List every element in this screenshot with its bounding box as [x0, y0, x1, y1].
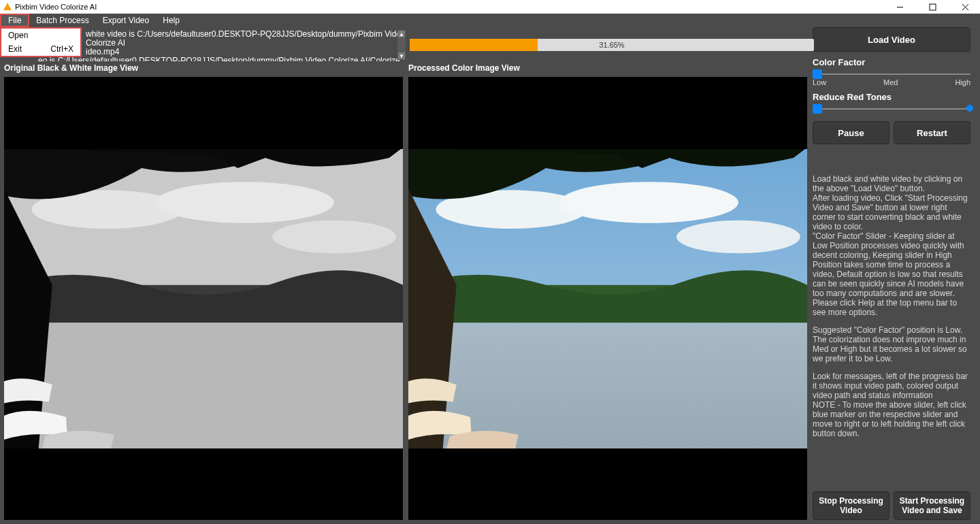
restart-button[interactable]: Restart [894, 121, 970, 144]
menu-file-exit[interactable]: Exit Ctrl+X [1, 42, 80, 56]
progress-text: 31.65% [599, 41, 624, 49]
stop-processing-button[interactable]: Stop Processing Video [813, 491, 889, 520]
scroll-track[interactable] [397, 38, 406, 52]
scale-high: High [955, 78, 970, 86]
svg-point-12 [559, 182, 738, 223]
menu-help[interactable]: Help [156, 14, 186, 27]
svg-point-13 [676, 220, 800, 252]
file-menu-dropdown: Open Exit Ctrl+X [0, 27, 82, 57]
reduce-red-label: Reduce Red Tones [813, 92, 970, 102]
sidebar: Load Video Color Factor Low Med High Red… [813, 27, 970, 520]
menu-file-open-label: Open [8, 31, 28, 40]
original-image-view [4, 77, 403, 520]
color-factor-slider[interactable] [813, 71, 970, 77]
window-title: Pixbim Video Colorize AI [15, 3, 97, 11]
menu-file-exit-shortcut: Ctrl+X [50, 44, 74, 54]
svg-point-6 [155, 182, 334, 223]
log-line: eo is C:/Users/defaultuser0.DESKTOP-PQ28… [4, 56, 406, 61]
start-processing-button[interactable]: Start Processing Video and Save [894, 491, 970, 520]
menu-export-video[interactable]: Export Video [96, 14, 157, 27]
reduce-red-end-marker [966, 105, 973, 112]
app-icon [3, 2, 12, 12]
menu-file[interactable]: File [0, 14, 29, 27]
help-paragraph: After loading video, Click "Start Proces… [813, 193, 970, 231]
processed-view-label: Processed Color Image View [408, 61, 807, 77]
menu-file-exit-label: Exit [8, 44, 22, 54]
pause-button[interactable]: Pause [813, 121, 889, 144]
original-view-panel: Original Black & White Image View [4, 61, 403, 520]
menu-file-open[interactable]: Open [1, 29, 80, 42]
minimize-button[interactable] [887, 0, 912, 14]
svg-rect-1 [930, 4, 936, 10]
log-scrollbar[interactable]: ▲ ▼ [397, 30, 406, 60]
bw-scene-image [4, 149, 403, 448]
scale-med: Med [883, 78, 898, 86]
progress-fill [410, 39, 538, 51]
scale-low: Low [813, 78, 826, 86]
maximize-button[interactable] [920, 0, 945, 14]
help-paragraph: Please click Help at the top menu bar to… [813, 298, 970, 317]
help-paragraph: Load black and white video by clicking o… [813, 174, 970, 193]
color-factor-group: Color Factor Low Med High [813, 56, 970, 86]
load-video-button[interactable]: Load Video [813, 27, 970, 52]
reduce-red-slider[interactable] [813, 106, 970, 112]
color-scene-image [408, 149, 807, 448]
help-paragraph: NOTE - To move the above slider, left cl… [813, 400, 970, 438]
color-factor-thumb[interactable] [813, 69, 822, 79]
color-factor-label: Color Factor [813, 57, 970, 67]
processed-view-panel: Processed Color Image View [408, 61, 807, 520]
scroll-up-icon[interactable]: ▲ [397, 30, 406, 38]
help-paragraph: "Color Factor" Slider - Keeping slider a… [813, 231, 970, 298]
title-bar: Pixbim Video Colorize AI [0, 0, 980, 14]
menu-bar: File Batch Process Export Video Help Ope… [0, 14, 980, 27]
reduce-red-thumb[interactable] [813, 104, 822, 114]
help-text: Load black and white video by clicking o… [813, 174, 970, 446]
original-view-label: Original Black & White Image View [4, 61, 403, 77]
help-paragraph: Suggested "Color Factor" position is Low… [813, 325, 970, 363]
scroll-down-icon[interactable]: ▼ [397, 52, 406, 60]
menu-batch-process[interactable]: Batch Process [29, 14, 95, 27]
progress-bar: 31.65% [410, 38, 814, 52]
reduce-red-group: Reduce Red Tones [813, 91, 970, 113]
svg-point-7 [272, 220, 396, 252]
processed-image-view [408, 77, 807, 520]
close-button[interactable] [953, 0, 977, 14]
help-paragraph: Look for messages, left of the progress … [813, 372, 970, 400]
